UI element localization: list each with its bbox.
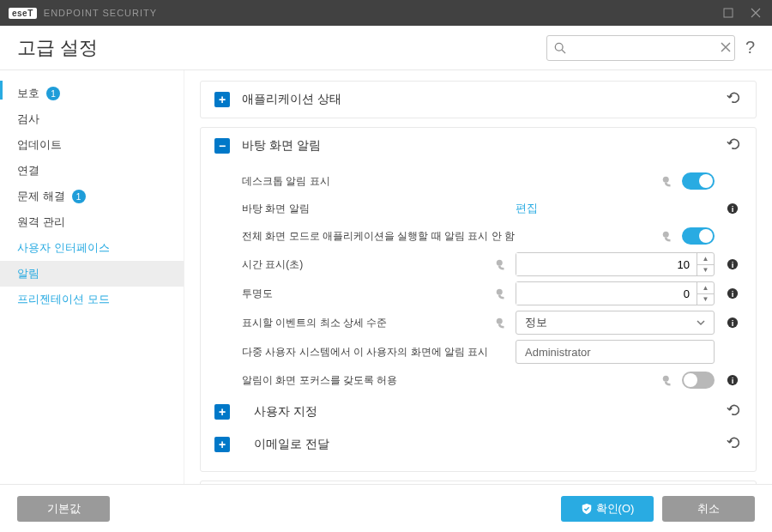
close-button[interactable]: [748, 5, 763, 21]
info-icon[interactable]: i: [723, 203, 742, 215]
button-label: 확인(O): [596, 501, 635, 517]
info-icon[interactable]: i: [723, 258, 742, 270]
sidebar-label: 원격 관리: [17, 215, 65, 230]
clear-search-button[interactable]: [721, 40, 731, 56]
sidebar-item-ui[interactable]: 사용자 인터페이스: [0, 235, 184, 261]
ok-button[interactable]: 확인(O): [561, 496, 654, 522]
lock-icon: [661, 175, 673, 187]
transparency-field[interactable]: [516, 282, 697, 305]
revert-button[interactable]: [727, 90, 742, 109]
row-timeout: 시간 표시(초) ▲▼ i: [242, 250, 742, 279]
sidebar-item-connection[interactable]: 연결: [0, 158, 184, 184]
timeout-input[interactable]: ▲▼: [516, 252, 715, 276]
toggle-switch[interactable]: [682, 227, 715, 245]
content-area: + 애플리케이션 상태 − 바탕 화면 알림 데스크톱 알림 표시: [184, 70, 772, 484]
search-input[interactable]: [571, 41, 715, 54]
titlebar: eseT ENDPOINT SECURITY: [0, 0, 772, 26]
default-button[interactable]: 기본값: [17, 496, 110, 522]
sidebar-label: 검사: [17, 112, 39, 127]
spin-up[interactable]: ▲: [697, 282, 714, 294]
revert-button[interactable]: [727, 402, 742, 421]
revert-button[interactable]: [727, 136, 742, 155]
verbosity-select[interactable]: 정보: [516, 311, 715, 335]
sidebar-label: 연결: [17, 163, 39, 178]
panel-header[interactable]: − 바탕 화면 알림: [201, 128, 756, 164]
sidebar-item-update[interactable]: 업데이트: [0, 132, 184, 158]
edit-link[interactable]: 편집: [516, 201, 538, 216]
panel-title: 애플리케이션 상태: [242, 92, 727, 107]
lock-icon: [495, 317, 507, 329]
setting-label: 시간 표시(초): [242, 257, 495, 272]
panel-header[interactable]: + 대화형 경고: [201, 481, 756, 484]
svg-point-15: [663, 376, 669, 382]
expand-icon: +: [214, 92, 230, 107]
expand-icon: +: [214, 404, 230, 420]
timeout-field[interactable]: [516, 253, 697, 275]
subpanel-custom[interactable]: + 사용자 지정: [214, 394, 742, 426]
transparency-input[interactable]: ▲▼: [516, 281, 715, 305]
sidebar-item-presentation[interactable]: 프리젠테이션 모드: [0, 287, 184, 312]
spin-up[interactable]: ▲: [697, 253, 714, 265]
info-icon[interactable]: i: [723, 374, 742, 386]
sidebar-item-protection[interactable]: 보호 1: [0, 81, 184, 106]
svg-point-5: [663, 232, 669, 238]
subpanel-email[interactable]: + 이메일로 전달: [214, 426, 742, 459]
panel-title: 이메일로 전달: [254, 437, 727, 452]
setting-label: 투명도: [242, 287, 495, 301]
multiuser-field[interactable]: [516, 340, 715, 364]
minimize-button[interactable]: [721, 5, 736, 21]
brand-logo: eseT: [9, 8, 37, 19]
sidebar-item-scan[interactable]: 검사: [0, 106, 184, 132]
search-box[interactable]: [546, 35, 735, 61]
search-icon: [554, 42, 566, 54]
panel-desktop-notifications: − 바탕 화면 알림 데스크톱 알림 표시 바탕 화면 알림 편집 i: [200, 127, 757, 472]
row-show-desktop-notify: 데스크톱 알림 표시: [242, 167, 742, 195]
sidebar-item-notifications[interactable]: 알림: [0, 261, 184, 287]
toggle-switch[interactable]: [682, 172, 715, 190]
svg-rect-0: [724, 9, 733, 17]
footer: 기본값 확인(O) 취소: [0, 484, 772, 532]
badge: 1: [72, 190, 86, 203]
chevron-down-icon: [697, 318, 705, 327]
row-focus: 알림이 화면 포커스를 갖도록 허용 i: [242, 366, 742, 394]
panel-title: 바탕 화면 알림: [242, 138, 727, 154]
cancel-button[interactable]: 취소: [662, 496, 755, 522]
select-value: 정보: [525, 315, 547, 330]
product-name: ENDPOINT SECURITY: [44, 8, 721, 18]
setting-label: 데스크톱 알림 표시: [242, 174, 661, 189]
setting-label: 표시할 이벤트의 최소 상세 수준: [242, 316, 495, 330]
setting-label: 다중 사용자 시스템에서 이 사용자의 화면에 알림 표시: [242, 345, 516, 360]
revert-button[interactable]: [727, 435, 742, 454]
row-multiuser: 다중 사용자 시스템에서 이 사용자의 화면에 알림 표시: [242, 337, 742, 366]
row-transparency: 투명도 ▲▼ i: [242, 279, 742, 308]
svg-point-2: [663, 177, 669, 183]
shield-icon: [581, 503, 593, 515]
sidebar-label: 사용자 인터페이스: [17, 240, 110, 256]
setting-label: 알림이 화면 포커스를 갖도록 허용: [242, 373, 661, 388]
panel-title: 사용자 지정: [254, 404, 727, 420]
svg-text:i: i: [732, 376, 734, 385]
lock-icon: [495, 258, 507, 270]
svg-point-9: [497, 289, 503, 295]
lock-icon: [495, 287, 507, 299]
toggle-switch[interactable]: [682, 372, 715, 389]
spin-down[interactable]: ▼: [697, 294, 714, 305]
help-button[interactable]: ?: [745, 38, 755, 57]
svg-point-1: [555, 43, 563, 51]
info-icon[interactable]: i: [723, 317, 742, 329]
svg-text:i: i: [732, 204, 734, 214]
row-desktop-notify-edit: 바탕 화면 알림 편집 i: [242, 195, 742, 222]
lock-icon: [661, 230, 673, 242]
panel-app-status: + 애플리케이션 상태: [200, 81, 757, 118]
spin-down[interactable]: ▼: [697, 265, 714, 276]
sidebar-label: 문제 해결: [17, 189, 65, 204]
sidebar-label: 업데이트: [17, 137, 62, 153]
panel-header[interactable]: + 애플리케이션 상태: [201, 82, 756, 118]
info-icon[interactable]: i: [723, 287, 742, 299]
sidebar-label: 프리젠테이션 모드: [17, 292, 110, 307]
sidebar-item-remote[interactable]: 원격 관리: [0, 209, 184, 235]
setting-label: 바탕 화면 알림: [242, 202, 516, 216]
sidebar-item-troubleshoot[interactable]: 문제 해결 1: [0, 184, 184, 209]
row-fullscreen-suppress: 전체 화면 모드로 애플리케이션을 실행할 때 알림 표시 안 함: [242, 222, 742, 250]
svg-text:i: i: [732, 289, 734, 299]
